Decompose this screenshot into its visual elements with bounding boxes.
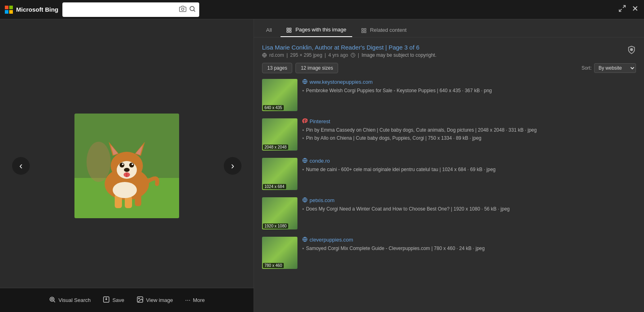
filter-buttons: 13 pages 12 image sizes	[262, 63, 338, 73]
svg-point-25	[120, 163, 124, 167]
expand-icon[interactable]	[618, 4, 626, 14]
globe-meta-icon	[262, 53, 267, 58]
svg-rect-0	[5, 6, 8, 9]
tabs: All Pages with this image	[254, 19, 644, 37]
search-icons	[179, 5, 196, 14]
search-icon[interactable]	[189, 5, 196, 14]
svg-rect-45	[361, 31, 363, 33]
svg-rect-40	[290, 28, 291, 29]
more-label: More	[193, 297, 205, 303]
result-bullet-2b: • Pin by Allo on Chiena | Cute baby dogs…	[302, 135, 636, 142]
result-item: 640 x 435 www.keystonepuppies.	[262, 79, 636, 111]
sizes-filter-btn[interactable]: 12 image sizes	[295, 63, 338, 73]
more-action[interactable]: ··· More	[185, 297, 205, 304]
result-site-2[interactable]: Pinterest	[302, 118, 636, 125]
svg-line-8	[619, 9, 622, 12]
next-arrow[interactable]: ›	[224, 157, 242, 175]
result-bullet-1: • Pembroke Welsh Corgi Puppies for Sale …	[302, 87, 636, 95]
results-list: 640 x 435 www.keystonepuppies.	[262, 79, 636, 269]
result-site-3[interactable]: conde.ro	[302, 158, 636, 164]
search-box[interactable]	[62, 2, 199, 17]
thumb-label-4: 1920 x 1080	[263, 223, 288, 229]
prev-arrow[interactable]: ‹	[12, 157, 30, 175]
camera-icon[interactable]	[179, 5, 186, 14]
result-item: 2048 x 2048 Pinterest •	[262, 118, 636, 151]
svg-point-50	[630, 48, 633, 51]
svg-point-38	[138, 298, 139, 299]
tab-all[interactable]: All	[260, 24, 277, 36]
svg-rect-1	[9, 6, 13, 9]
site-globe-icon-5	[302, 237, 308, 243]
header-right	[618, 4, 639, 14]
site-name-4: petxis.com	[310, 197, 334, 203]
result-thumb-3[interactable]: 1024 x 684	[262, 158, 297, 190]
result-thumb-2[interactable]: 2048 x 2048	[262, 118, 297, 151]
site-name-5: cleverpuppies.com	[310, 237, 353, 243]
result-thumb-5[interactable]: 780 x 460	[262, 237, 297, 269]
visual-search-action[interactable]: Visual Search	[49, 296, 91, 305]
more-icon: ···	[185, 297, 190, 304]
result-site-1[interactable]: www.keystonepuppies.com	[302, 79, 636, 85]
clock-icon	[351, 53, 355, 58]
page-title-link[interactable]: Lisa Marie Conklin, Author at Reader's D…	[262, 44, 419, 51]
tab-pages-icon	[286, 27, 292, 33]
page-url: rd.com	[269, 52, 284, 58]
svg-point-29	[124, 168, 130, 172]
site-globe-icon-4	[302, 197, 308, 204]
svg-point-28	[132, 163, 133, 165]
svg-point-4	[182, 8, 184, 10]
tab-related-label: Related content	[370, 27, 407, 33]
tab-related[interactable]: Related content	[355, 24, 413, 37]
tab-related-icon	[361, 27, 367, 33]
svg-rect-39	[287, 28, 289, 29]
site-name-1: www.keystonepuppies.com	[310, 79, 373, 85]
bing-logo-icon	[5, 6, 13, 14]
shield-icon[interactable]	[627, 45, 636, 56]
result-details-4: petxis.com • Does My Corgi Need a Winter…	[302, 197, 636, 214]
result-details-3: conde.ro • Nume de caini - 600+ cele mai…	[302, 158, 636, 175]
main-area: ‹	[0, 19, 644, 312]
page-title[interactable]: Lisa Marie Conklin, Author at Reader's D…	[262, 44, 436, 51]
save-action[interactable]: Save	[103, 296, 124, 305]
tab-pages[interactable]: Pages with this image	[281, 23, 352, 37]
svg-point-5	[190, 6, 194, 11]
corgi-image	[74, 114, 179, 218]
tab-all-label: All	[266, 27, 272, 33]
view-image-icon	[136, 296, 144, 305]
svg-line-33	[54, 301, 55, 302]
sort-select[interactable]: By website By relevance	[594, 63, 636, 73]
result-details-1: www.keystonepuppies.com • Pembroke Welsh…	[302, 79, 636, 96]
svg-line-6	[194, 10, 195, 11]
visual-search-icon	[49, 296, 56, 305]
result-bullet-2a: • Pin by Emma Cassedy on Chien | Cute ba…	[302, 127, 636, 134]
copyright-notice: Image may be subject to copyright.	[361, 52, 436, 58]
close-icon[interactable]	[631, 4, 639, 14]
svg-point-13	[87, 142, 111, 182]
svg-point-26	[129, 163, 134, 167]
thumb-label-2: 2048 x 2048	[263, 145, 288, 150]
result-bullet-5: • Samoyed Corgi Mix Complete Guide - Cle…	[302, 245, 636, 252]
page-info: Lisa Marie Conklin, Author at Reader's D…	[262, 44, 636, 58]
view-image-action[interactable]: View image	[136, 296, 173, 305]
page-dimensions: 295 × 295 jpeg	[290, 52, 322, 58]
page-meta: rd.com | 295 × 295 jpeg | 4 yrs ago | Im…	[262, 52, 436, 58]
search-input[interactable]	[66, 6, 179, 13]
result-details-5: cleverpuppies.com • Samoyed Corgi Mix Co…	[302, 237, 636, 254]
result-site-5[interactable]: cleverpuppies.com	[302, 237, 636, 243]
result-item: 1920 x 1080 petxis.com	[262, 197, 636, 229]
tab-pages-label: Pages with this image	[295, 27, 346, 33]
sort-label: Sort:	[582, 65, 592, 71]
result-thumb-1[interactable]: 640 x 435	[262, 79, 297, 111]
svg-rect-43	[361, 28, 363, 30]
thumb-label-1: 640 x 435	[263, 105, 284, 110]
bottom-bar: Visual Search Save	[0, 288, 254, 312]
svg-rect-17	[135, 193, 141, 206]
pages-filter-btn[interactable]: 13 pages	[262, 63, 292, 73]
filter-row: 13 pages 12 image sizes Sort: By website…	[262, 63, 636, 73]
result-site-4[interactable]: petxis.com	[302, 197, 636, 204]
svg-rect-2	[5, 10, 8, 14]
svg-point-32	[50, 297, 54, 302]
logo-text: Microsoft Bing	[16, 6, 58, 13]
result-thumb-4[interactable]: 1920 x 1080	[262, 197, 297, 229]
thumb-label-3: 1024 x 684	[263, 184, 286, 189]
